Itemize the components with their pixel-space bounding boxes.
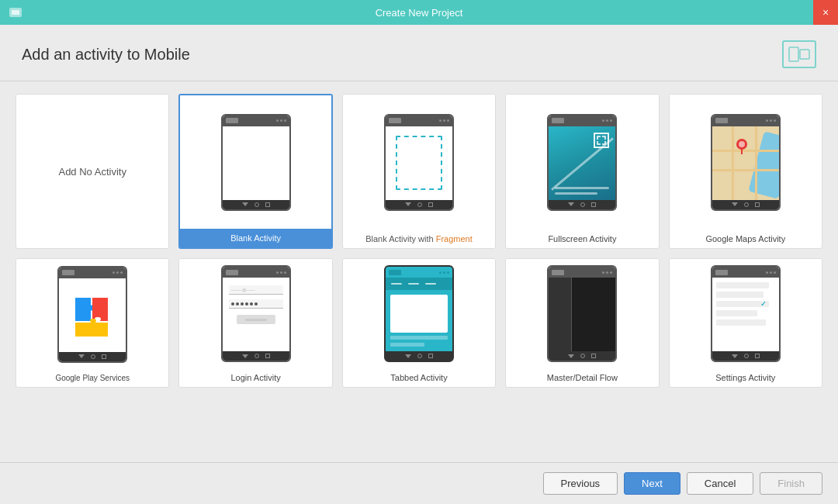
puzzle-icon: [71, 294, 114, 337]
detail-panel: [572, 278, 615, 351]
app-icon: [8, 5, 23, 20]
login-email-field: ~~~~~@~~~~: [229, 285, 283, 295]
card-label-blank: Blank Activity: [180, 229, 331, 247]
phone-bottombar-fullscreen: [549, 200, 615, 209]
nav-home: [255, 202, 259, 207]
phone-bottombar: [223, 200, 289, 209]
phone-topbar-fullscreen: [549, 116, 615, 126]
phone-body-tabbed: [386, 278, 452, 351]
card-preview-blank: [180, 95, 331, 229]
map-road-v1: [732, 126, 734, 200]
svg-rect-1: [12, 10, 19, 15]
activity-grid: Add No Activity: [16, 94, 822, 388]
phone-body-master: [549, 278, 615, 351]
phone-mock-fullscreen: [547, 114, 617, 211]
tab-content: [386, 290, 452, 351]
title-bar-text: Create New Project: [376, 7, 463, 19]
activity-card-master[interactable]: Master/Detail Flow: [505, 258, 659, 388]
activity-card-login[interactable]: ~~~~~@~~~~: [178, 258, 332, 388]
card-preview-tabbed: [343, 259, 495, 368]
phone-bottombar-master: [549, 351, 615, 361]
card-preview-fragment: [343, 95, 495, 230]
card-label-master: Master/Detail Flow: [506, 368, 658, 387]
phone-bottombar-login: [223, 351, 289, 361]
phone-bottombar-services: [59, 352, 126, 361]
phone-bottombar-fragment: [386, 200, 452, 209]
login-password-field: [229, 299, 283, 309]
phone-topbar-services: [59, 268, 126, 278]
card-preview-settings: ✓: [670, 259, 822, 368]
footer: Previous Next Cancel Finish: [0, 462, 838, 504]
card-label-login: Login Activity: [179, 368, 331, 387]
card-preview-maps: [670, 95, 822, 230]
phone-mock-services: [57, 266, 127, 363]
activity-card-fullscreen[interactable]: Fullscreen Activity: [505, 94, 659, 249]
activity-card-settings[interactable]: ✓ Settings Activity: [669, 258, 822, 388]
phone-body-fullscreen: [549, 126, 615, 200]
card-label-fullscreen: Fullscreen Activity: [506, 230, 658, 248]
nav-recent: [265, 202, 270, 207]
card-label-tabbed: Tabbed Activity: [343, 368, 495, 387]
phone-bottombar-tabbed: [386, 351, 452, 361]
dashed-rect: [396, 136, 442, 190]
phone-topbar: [223, 116, 289, 126]
phone-topbar-tabbed: [386, 267, 452, 278]
master-panel: [549, 278, 572, 351]
svg-rect-2: [789, 47, 798, 61]
activity-card-tabbed[interactable]: Tabbed Activity: [342, 258, 496, 388]
phone-bottombar-settings: [712, 351, 779, 361]
phone-body-services: [59, 278, 126, 352]
activity-card-no-activity[interactable]: Add No Activity: [16, 94, 169, 249]
next-button[interactable]: Next: [624, 472, 680, 495]
card-preview-no-activity: Add No Activity: [16, 95, 168, 248]
phone-mock-tabbed: [384, 265, 454, 362]
activity-card-maps[interactable]: Google Maps Activity: [669, 94, 822, 249]
phone-mock-master: [547, 265, 617, 362]
activity-card-blank[interactable]: Blank Activity: [178, 94, 332, 249]
card-preview-fullscreen: [506, 95, 658, 230]
phone-mock-maps: [711, 114, 781, 211]
svg-rect-3: [800, 50, 809, 59]
no-activity-label: Add No Activity: [58, 166, 126, 178]
card-label-fragment: Blank Activity with Fragment: [343, 230, 495, 248]
previous-button[interactable]: Previous: [543, 472, 618, 495]
header-icon: [782, 40, 816, 68]
login-button: [237, 315, 275, 324]
topbar-rect: [226, 118, 238, 123]
svg-point-5: [739, 141, 745, 147]
phone-mock-settings: ✓: [711, 265, 781, 362]
phone-topbar-settings: [712, 267, 779, 278]
close-button[interactable]: ×: [813, 0, 838, 25]
map-pin: [736, 138, 748, 158]
phone-bottombar-maps: [712, 200, 779, 209]
card-label-settings: Settings Activity: [670, 368, 822, 387]
card-preview-master: [506, 259, 658, 368]
page-title: Add an activity to Mobile: [22, 46, 190, 64]
nav-back: [242, 202, 248, 206]
map-road-v2: [755, 126, 757, 200]
cancel-button[interactable]: Cancel: [687, 472, 753, 495]
grid-container: Add No Activity: [0, 81, 838, 462]
phone-body-maps: [712, 126, 779, 200]
phone-body-fragment: [386, 126, 452, 200]
phone-topbar-master: [549, 267, 615, 278]
header-area: Add an activity to Mobile: [0, 25, 838, 81]
card-preview-services: [16, 259, 168, 369]
topbar-dots: [276, 119, 286, 122]
activity-card-fragment[interactable]: Blank Activity with Fragment: [342, 94, 496, 249]
card-label-services: Google Play Services: [16, 369, 168, 387]
phone-mock-fragment: [384, 114, 454, 211]
main-content: Add an activity to Mobile Add No Activit…: [0, 25, 838, 504]
check-icon: ✓: [760, 300, 767, 308]
tab-white-box: [390, 295, 448, 333]
card-label-maps: Google Maps Activity: [670, 230, 822, 248]
phone-body-login: ~~~~~@~~~~: [223, 278, 289, 351]
phone-topbar-fragment: [386, 116, 452, 126]
phone-mock-blank: [221, 114, 291, 211]
phone-body-settings: ✓: [712, 278, 779, 351]
title-bar: Create New Project ×: [0, 0, 838, 25]
expand-icon: [594, 133, 609, 148]
phone-mock-login: ~~~~~@~~~~: [221, 265, 291, 362]
activity-card-services[interactable]: Google Play Services: [16, 258, 169, 388]
finish-button[interactable]: Finish: [760, 472, 822, 495]
